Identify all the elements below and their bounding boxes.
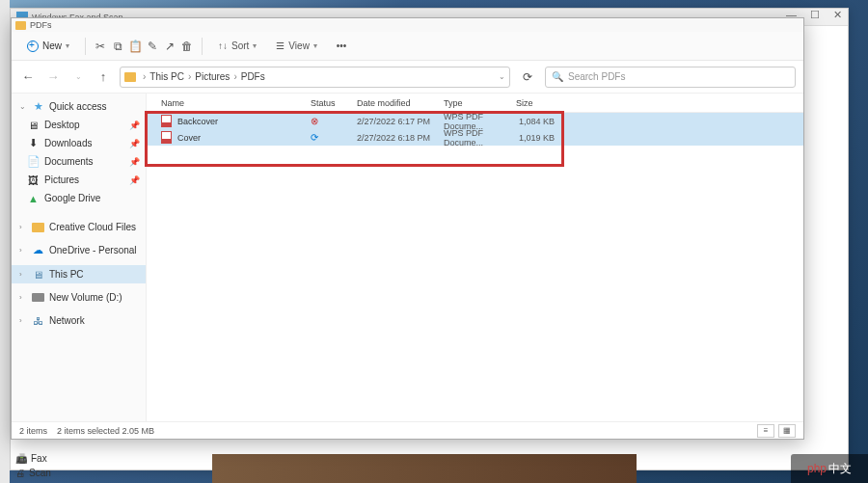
cut-icon[interactable]: ✂	[94, 40, 107, 53]
pdf-file-icon	[161, 115, 172, 127]
gdrive-icon: ▲	[27, 192, 40, 204]
status-bar: 2 items 2 items selected 2.05 MB ≡ ▦	[12, 421, 803, 439]
more-button[interactable]: •••	[329, 37, 355, 55]
onedrive-icon: ☁	[32, 244, 44, 256]
refresh-button[interactable]: ⟳	[518, 70, 537, 84]
col-type[interactable]: Type	[444, 98, 516, 108]
scan-nav-item[interactable]: 🖨 Scan	[10, 466, 203, 480]
view-icon: ☰	[276, 40, 285, 51]
breadcrumb-item[interactable]: Pictures	[195, 71, 230, 82]
pc-icon: 🖥	[32, 268, 44, 281]
file-date: 2/27/2022 6:18 PM	[357, 133, 444, 143]
file-name: Cover	[177, 133, 311, 143]
desktop-icon: 🖥	[27, 119, 40, 131]
search-input[interactable]: 🔍 Search PDFs	[545, 67, 796, 88]
chevron-right-icon: ›	[19, 223, 27, 231]
file-list-area: Name Status Date modified Type Size Back…	[147, 94, 803, 421]
file-size: 1,019 KB	[516, 133, 564, 143]
chevron-right-icon: ›	[19, 270, 27, 279]
file-date: 2/27/2022 6:17 PM	[357, 117, 444, 126]
forward-button[interactable]: →	[44, 68, 62, 86]
copy-icon[interactable]: ⧉	[111, 40, 124, 53]
sidebar-label: OneDrive - Personal	[49, 245, 137, 255]
background-content-image	[212, 454, 637, 483]
chevron-down-icon: ▾	[66, 41, 69, 50]
chevron-right-icon: ›	[141, 71, 148, 82]
sidebar-label: Quick access	[49, 101, 106, 112]
drive-icon	[32, 293, 44, 302]
new-button[interactable]: New ▾	[19, 37, 77, 56]
explorer-body: ⌄ ★ Quick access 🖥 Desktop📌 ⬇ Downloads📌…	[12, 94, 803, 421]
sync-status-icon: ⟳	[311, 132, 318, 143]
explorer-navbar: ← → ⌄ ↑ › This PC › Pictures › PDFs ⌄ ⟳ …	[12, 61, 803, 94]
sidebar-label: Google Drive	[44, 193, 100, 203]
column-headers[interactable]: Name Status Date modified Type Size	[147, 94, 803, 113]
sidebar-group-onedrive[interactable]: › ☁ OneDrive - Personal	[12, 241, 146, 259]
details-view-button[interactable]: ≡	[757, 424, 774, 438]
sidebar-label: Pictures	[44, 174, 79, 185]
file-row[interactable]: Backcover ⊗ 2/27/2022 6:17 PM WPS PDF Do…	[147, 113, 803, 129]
sidebar-group-network[interactable]: › 🖧 Network	[12, 311, 146, 330]
pin-icon: 📌	[129, 175, 140, 185]
pdf-file-icon	[161, 131, 172, 144]
view-label: View	[288, 40, 310, 51]
explorer-titlebar[interactable]: PDFs	[12, 18, 803, 32]
folder-icon	[32, 223, 44, 232]
error-status-icon: ⊗	[311, 116, 318, 126]
fax-nav-item[interactable]: 📠 Fax	[10, 451, 203, 466]
back-button[interactable]: ←	[19, 68, 37, 86]
up-button[interactable]: ↑	[95, 68, 112, 86]
paste-icon[interactable]: 📋	[128, 40, 142, 53]
star-icon: ★	[32, 100, 44, 113]
sidebar-quick-access[interactable]: ⌄ ★ Quick access	[12, 97, 146, 116]
chevron-right-icon: ›	[186, 71, 193, 82]
sidebar-group-drive[interactable]: › New Volume (D:)	[12, 289, 146, 306]
doc-icon: 📄	[27, 155, 40, 168]
address-bar[interactable]: › This PC › Pictures › PDFs ⌄	[120, 67, 510, 88]
file-size: 1,084 KB	[516, 117, 564, 126]
col-status[interactable]: Status	[311, 98, 357, 108]
view-button[interactable]: ☰ View ▾	[268, 37, 325, 55]
breadcrumb-item[interactable]: This PC	[149, 71, 184, 82]
file-row[interactable]: Cover ⟳ 2/27/2022 6:18 PM WPS PDF Docume…	[147, 129, 803, 146]
col-name[interactable]: Name	[161, 98, 311, 108]
pin-icon: 📌	[129, 121, 140, 130]
chevron-down-icon[interactable]: ⌄	[499, 72, 505, 81]
scan-label: Scan	[29, 468, 51, 478]
recent-dropdown[interactable]: ⌄	[69, 68, 87, 86]
close-icon[interactable]: ✕	[833, 9, 842, 21]
file-type: WPS PDF Docume...	[444, 128, 516, 148]
sidebar-item-dl[interactable]: ⬇ Downloads📌	[12, 134, 146, 152]
sidebar-item-desktop[interactable]: 🖥 Desktop📌	[12, 116, 146, 134]
sidebar-item-pic[interactable]: 🖼 Pictures📌	[12, 171, 146, 189]
maximize-icon[interactable]: ☐	[810, 9, 820, 21]
sidebar-label: This PC	[49, 269, 84, 280]
sidebar-item-doc[interactable]: 📄 Documents📌	[12, 152, 146, 171]
search-icon: 🔍	[552, 71, 563, 82]
chevron-right-icon: ›	[19, 316, 27, 325]
watermark: php php 中文中文	[791, 454, 868, 483]
thumbnails-view-button[interactable]: ▦	[778, 424, 796, 438]
rename-icon[interactable]: ✎	[146, 40, 159, 53]
fax-scan-nav: 📠 Fax 🖨 Scan	[10, 451, 203, 480]
sidebar-label: Desktop	[44, 120, 80, 130]
fax-label: Fax	[31, 453, 47, 464]
share-icon[interactable]: ↗	[163, 40, 176, 53]
folder-icon	[124, 72, 136, 82]
chevron-right-icon: ›	[19, 293, 27, 302]
sidebar-item-gdrive[interactable]: ▲ Google Drive	[12, 189, 146, 207]
delete-icon[interactable]: 🗑	[180, 40, 194, 53]
pic-icon: 🖼	[27, 174, 40, 186]
pin-icon: 📌	[129, 139, 140, 148]
network-icon: 🖧	[32, 314, 44, 327]
breadcrumb-item[interactable]: PDFs	[241, 71, 265, 82]
col-date[interactable]: Date modified	[357, 98, 444, 108]
file-status: ⊗	[311, 116, 357, 126]
sidebar-label: Network	[49, 315, 85, 326]
explorer-title: PDFs	[30, 20, 52, 30]
sort-button[interactable]: ↑↓ Sort ▾	[210, 37, 264, 55]
chevron-down-icon: ⌄	[19, 102, 27, 111]
col-size[interactable]: Size	[516, 98, 564, 108]
sidebar-group-pc[interactable]: › 🖥 This PC	[12, 265, 146, 283]
sidebar-group-folder[interactable]: › Creative Cloud Files	[12, 219, 146, 235]
